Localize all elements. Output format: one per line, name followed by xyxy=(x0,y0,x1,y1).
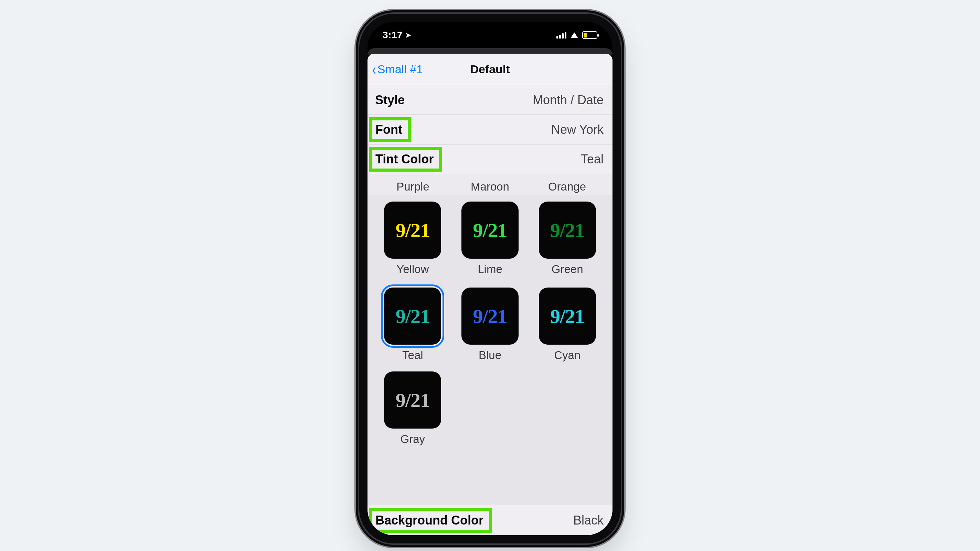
tint-swatch-lime: 9/21 xyxy=(461,202,519,259)
tint-option-cyan[interactable]: 9/21Cyan xyxy=(536,287,599,362)
phone-screen: 3:17 ➤ ‹ Small xyxy=(368,22,612,535)
row-bg-label: Background Color xyxy=(369,508,492,533)
row-style-label: Style xyxy=(375,93,405,107)
tint-label-orange: Orange xyxy=(535,180,599,193)
tint-option-gray[interactable]: 9/21 Gray xyxy=(381,372,444,446)
status-time: 3:17 xyxy=(383,30,402,41)
nav-bar: ‹ Small #1 Default xyxy=(368,54,612,85)
tint-swatch-cyan: 9/21 xyxy=(539,287,596,345)
tint-swatch-blue: 9/21 xyxy=(461,287,519,345)
tint-option-teal[interactable]: 9/21Teal xyxy=(381,287,444,362)
row-background-color[interactable]: Background Color Black xyxy=(368,505,612,535)
phone-frame: 3:17 ➤ ‹ Small xyxy=(359,14,621,543)
tint-swatch-yellow: 9/21 xyxy=(384,202,441,259)
tint-label-blue: Blue xyxy=(479,349,501,362)
tint-label-gray: Gray xyxy=(401,433,425,446)
row-bg-value: Black xyxy=(573,513,603,527)
row-style-value: Month / Date xyxy=(533,93,603,107)
tint-option-blue[interactable]: 9/21Blue xyxy=(459,287,522,362)
tint-option-green[interactable]: 9/21Green xyxy=(536,202,599,276)
tint-label-purple: Purple xyxy=(381,180,445,193)
tint-label-green: Green xyxy=(552,263,583,276)
row-font-label: Font xyxy=(369,117,411,142)
row-style[interactable]: Style Month / Date xyxy=(368,85,612,115)
tint-option-lime[interactable]: 9/21Lime xyxy=(459,202,522,276)
row-tint-value: Teal xyxy=(581,152,603,167)
tint-label-yellow: Yellow xyxy=(396,263,429,276)
row-font[interactable]: Font New York xyxy=(368,115,612,144)
notch xyxy=(435,22,545,41)
location-icon: ➤ xyxy=(405,31,412,39)
chevron-left-icon: ‹ xyxy=(372,62,376,77)
tint-label-maroon: Maroon xyxy=(458,180,522,193)
tint-labels-partial: Purple Maroon Orange xyxy=(368,174,612,195)
tint-label-teal: Teal xyxy=(402,349,423,362)
tint-label-lime: Lime xyxy=(477,263,503,276)
tint-swatch-green: 9/21 xyxy=(539,202,596,259)
back-button[interactable]: ‹ Small #1 xyxy=(368,62,423,77)
tint-label-cyan: Cyan xyxy=(554,349,581,362)
tint-option-yellow[interactable]: 9/21Yellow xyxy=(381,202,444,276)
tint-swatch-gray: 9/21 xyxy=(384,372,441,429)
row-font-value: New York xyxy=(551,122,603,137)
row-tint-label: Tint Color xyxy=(369,147,442,171)
wifi-icon xyxy=(571,32,578,38)
tint-color-grid: 9/21Yellow9/21Lime9/21Green9/21Teal9/21B… xyxy=(368,195,612,362)
back-label: Small #1 xyxy=(377,63,423,76)
battery-icon xyxy=(582,31,597,39)
cell-signal-icon xyxy=(557,32,566,38)
tint-swatch-teal: 9/21 xyxy=(384,287,441,345)
settings-sheet: ‹ Small #1 Default Style Month / Date Fo… xyxy=(368,54,612,535)
row-tint-color[interactable]: Tint Color Teal xyxy=(368,144,612,174)
